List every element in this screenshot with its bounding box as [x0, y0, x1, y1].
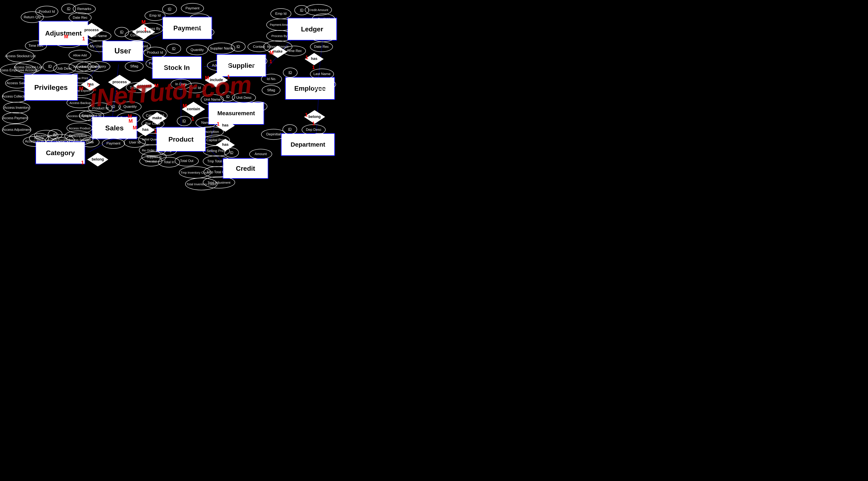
- attr-payment-amount-led: Payment Amount: [266, 19, 296, 31]
- attr-date-rec-led: Date Rec: [310, 41, 333, 52]
- svg-text:process: process: [84, 28, 99, 32]
- attr-process-by-led: Process By: [266, 30, 292, 41]
- card-1-contain-prod: 1: [191, 116, 194, 122]
- svg-text:belong: belong: [309, 115, 321, 119]
- attr-total-inventory: Total Inventory Count: [185, 178, 217, 190]
- attr-payment-pay: Payment: [181, 3, 204, 13]
- svg-text:belong: belong: [92, 157, 104, 161]
- attr-amount-pay: Amount: [189, 13, 210, 24]
- attr-amount-credit: Amount: [249, 149, 272, 159]
- attr-access-collectible: Access Collectible: [2, 91, 29, 102]
- attr-allow-add: Allow Add: [69, 50, 91, 60]
- card-m-priv-has: M: [79, 86, 83, 92]
- rel-process-pay: process: [132, 25, 155, 39]
- attr-emp-id-pay: Emp Id: [145, 10, 165, 21]
- rel-has-sales-prod: has: [136, 124, 155, 136]
- card-1-cat-belong: 1: [81, 160, 84, 165]
- attr-product-id-si: Product Id: [144, 47, 166, 58]
- attr-tmp-inventory: Tmp Inventory Count: [179, 166, 211, 179]
- er-diagram: Adjustment User Privileges Payment Stock…: [0, 0, 868, 481]
- attr-processed-by-adj: Processed By: [55, 36, 82, 48]
- card-1-has-prod-meas: 1: [217, 121, 219, 127]
- attr-reorder-level: Re Order Level: [139, 145, 166, 156]
- card-m-sales-make2: M: [129, 118, 133, 124]
- attr-payment-sales: Payment: [102, 138, 125, 149]
- card-1-prod-has: 1: [154, 129, 157, 134]
- rel-process-adj: process: [80, 23, 103, 37]
- attr-id-no-emp: Id No.: [261, 74, 282, 84]
- attr-sflag-user: Sflag: [125, 61, 144, 71]
- attr-access-payment: Access Payment: [2, 112, 28, 124]
- attr-access-adjustment: Access Adjustment: [2, 124, 31, 136]
- attr-name-cat: Name: [29, 133, 49, 143]
- diagram-lines: [0, 0, 868, 481]
- attr-payment-id-led: Payment Id: [311, 31, 335, 42]
- attr-depinitial: Depinitial: [261, 129, 286, 140]
- rel-make-sales-prod: make: [148, 112, 166, 124]
- attr-id-pay: ID: [162, 4, 177, 14]
- attr-sflag-emp: Sflag: [262, 85, 280, 95]
- attr-id-prod: ID: [177, 116, 191, 126]
- attr-supplier-name: Supplier Name: [208, 43, 235, 54]
- attr-access-stockout-list: Access Stockout List: [6, 50, 34, 62]
- attr-date-rec-adj: Date Rec: [69, 12, 92, 23]
- attr-time-rec-adj: Time Rec: [25, 40, 47, 51]
- attr-time-rec-pay: Time Rec: [191, 27, 214, 37]
- attr-id-emp: ID: [283, 68, 298, 77]
- attr-quantity-si: Quantity: [186, 45, 208, 55]
- attr-address-sup: Address: [207, 60, 230, 71]
- card-1-adj-process: 1: [82, 36, 85, 41]
- card-1-make-supplier: 1: [270, 59, 272, 64]
- card-1-has-led-emp: 1: [305, 55, 308, 60]
- attr-sflag-sup: Sflag: [249, 56, 267, 66]
- svg-text:has: has: [222, 123, 228, 127]
- attr-access-sales: Access Sales: [5, 78, 29, 88]
- attr-dept-id-emp: Dept Id: [311, 88, 334, 99]
- attr-sflag-dept: Sflag: [310, 133, 329, 143]
- card-1-belong-dept-emp: 1: [312, 121, 315, 126]
- attr-psub-total-si: Psub Total: [146, 58, 168, 69]
- svg-text:has: has: [222, 142, 228, 147]
- card-1-belong-emp-dept: 1: [305, 112, 308, 118]
- svg-text:make: make: [152, 116, 162, 120]
- attr-return-qty: Return Qty: [21, 11, 44, 23]
- attr-credit-id-led: Credit Id: [312, 13, 335, 24]
- card-m-make-led: M: [270, 50, 274, 56]
- svg-text:has: has: [311, 57, 317, 61]
- attr-access-stockin-list: Access Stockin List: [14, 61, 41, 73]
- svg-text:has: has: [142, 127, 149, 132]
- attr-allow-delete: Allow Delete: [76, 61, 99, 72]
- rel-has-prod-credit: has: [216, 139, 235, 151]
- svg-text:process: process: [136, 30, 151, 34]
- card-1-emp-led: 1: [312, 64, 315, 70]
- svg-text:contain: contain: [187, 107, 200, 111]
- card-m-sales-has: M: [133, 125, 137, 131]
- card-m-adj-process: M: [64, 34, 68, 39]
- attr-sflag-cat: Sflag: [51, 137, 70, 147]
- card-m-pay-process: M: [142, 19, 146, 25]
- attr-my-username: My Username: [87, 40, 115, 52]
- attr-access-inventory: Access Inventory: [3, 102, 30, 113]
- attr-tmp-total-in: Tmp Total In: [203, 156, 230, 167]
- card-1-pay-process: 1: [144, 27, 147, 32]
- attr-sflag-meas: Sflag: [249, 101, 267, 111]
- attr-emp-id-led: Emp Id: [271, 8, 291, 19]
- attr-unit-mid: Unit Mid: [140, 156, 162, 166]
- attr-name-prod: Name: [195, 118, 216, 128]
- attr-id-si: ID: [166, 44, 181, 54]
- rel-belong-sales-cat: belong: [87, 153, 108, 166]
- svg-text:make: make: [273, 49, 282, 54]
